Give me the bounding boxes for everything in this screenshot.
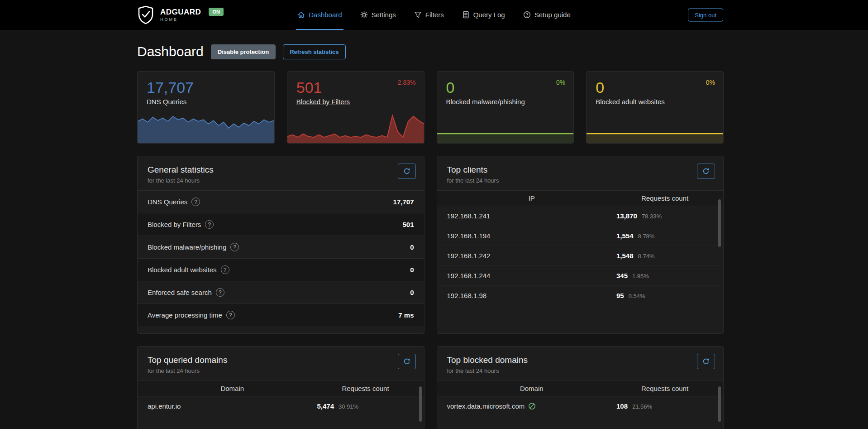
stat-label: Blocked malware/phishing [446,98,525,106]
column-header: Requests count [616,385,713,392]
panel-subtitle: for the last 24 hours [148,177,414,184]
blocked-service-icon [528,402,536,410]
row-label: Blocked adult websites [148,266,217,274]
table-row: api.entur.io 5,47430.91% [138,396,424,416]
scrollbar[interactable] [419,386,422,422]
table-row: Blocked by Filters 501 [138,213,424,236]
home-icon [297,11,305,19]
refresh-icon [702,358,710,365]
client-ip[interactable]: 192.168.1.98 [447,292,617,299]
stat-cards: 17,707 DNS Queries 501 2.83% Blocked by … [137,71,724,144]
stat-value: 0 [596,79,714,96]
help-icon[interactable] [216,288,224,297]
client-ip[interactable]: 192.168.1.242 [447,252,617,260]
nav-label: Filters [425,11,444,19]
panel-subtitle: for the last 24 hours [447,177,714,184]
nav-item-query-log[interactable]: Query Log [461,0,506,30]
adguard-shield-logo-icon [137,5,154,24]
refresh-button[interactable] [697,354,715,369]
request-percent: 8.74% [638,253,655,260]
stat-percent: 2.83% [398,79,416,86]
page-title: Dashboard [137,44,204,59]
refresh-button[interactable] [697,164,715,179]
main-nav: Dashboard Settings Filters Query Log [296,0,572,30]
sign-out-button[interactable]: Sign out [688,9,723,22]
request-percent: 30.91% [339,403,358,410]
table-row: 192.168.1.194 1,5548.78% [437,226,724,246]
top-clients-panel: Top clients for the last 24 hours IP Req… [437,156,724,334]
client-ip[interactable]: 192.168.1.241 [447,212,617,220]
stat-label-link[interactable]: Blocked by Filters [296,98,350,106]
scrollbar[interactable] [718,386,721,422]
stat-card-blocked-adult: 0 0% Blocked adult websites [586,71,724,144]
refresh-icon [403,358,410,365]
help-icon[interactable] [205,220,214,229]
table-header: Domain Requests count [437,381,724,396]
help-icon[interactable] [221,265,229,274]
scrollbar[interactable] [718,199,721,247]
request-percent: 21.56% [632,403,652,410]
middle-panels: General statistics for the last 24 hours… [137,156,724,334]
refresh-statistics-button[interactable]: Refresh statistics [283,44,345,59]
row-value: 0 [410,289,414,296]
nav-item-dashboard[interactable]: Dashboard [296,0,343,30]
nav-item-settings[interactable]: Settings [359,0,397,30]
disable-protection-button[interactable]: Disable protection [211,44,276,59]
domain-name[interactable]: vortex.data.microsoft.com [447,402,525,410]
nav-item-filters[interactable]: Filters [413,0,445,30]
question-circle-icon [523,11,531,19]
request-percent: 78.33% [642,213,662,220]
column-header: Domain [148,385,317,392]
refresh-button[interactable] [398,164,416,179]
column-header: Requests count [616,194,713,202]
refresh-icon [702,168,710,175]
row-value: 0 [410,266,414,274]
client-ip[interactable]: 192.168.1.244 [447,272,617,280]
help-icon[interactable] [230,243,239,251]
stat-card-blocked-malware: 0 0% Blocked malware/phishing [437,71,574,144]
column-header: IP [447,194,617,202]
dashboard-page: Dashboard Disable protection Refresh sta… [137,30,724,429]
request-count: 1,554 [616,232,634,240]
row-label: DNS Queries [148,198,187,206]
brand-text: ADGUARD HOME [160,8,201,22]
top-blocked-domains-table: Domain Requests count vortex.data.micros… [437,381,724,416]
help-icon[interactable] [226,311,235,319]
domain-name[interactable]: api.entur.io [148,402,317,410]
blocked-malware-sparkline-chart [437,124,574,143]
top-queried-domains-table: Domain Requests count api.entur.io 5,474… [138,381,424,416]
top-clients-table: IP Requests count 192.168.1.241 13,87078… [437,190,724,305]
client-ip[interactable]: 192.168.1.194 [447,232,617,240]
help-icon[interactable] [191,198,200,206]
row-label: Average processing time [148,311,222,319]
request-percent: 8.78% [638,233,655,240]
request-count: 108 [616,402,628,410]
page-head: Dashboard Disable protection Refresh sta… [137,44,724,59]
request-count: 345 [616,272,628,280]
request-percent: 1.95% [632,273,649,280]
column-header: Requests count [317,385,414,392]
panel-head: General statistics for the last 24 hours [138,156,424,190]
stat-percent: 0% [556,79,565,86]
stat-value: 17,707 [147,79,265,96]
bottom-panels: Top queried domains for the last 24 hour… [137,346,724,429]
table-row: DNS Queries 17,707 [138,190,424,213]
protection-status-badge: ON [209,8,224,16]
panel-title: Top clients [447,164,714,175]
stat-card-blocked-by-filters: 501 2.83% Blocked by Filters [287,71,424,144]
nav-item-setup-guide[interactable]: Setup guide [522,0,572,30]
brand-name: ADGUARD [160,8,201,16]
panel-title: General statistics [148,164,414,175]
table-row: 192.168.1.241 13,87078.33% [437,206,724,226]
column-header: Domain [447,385,617,392]
general-statistics-panel: General statistics for the last 24 hours… [137,156,424,334]
table-row: 192.168.1.242 1,5488.74% [437,246,724,265]
stat-card-dns-queries: 17,707 DNS Queries [137,71,275,144]
refresh-icon [403,168,410,175]
refresh-button[interactable] [398,354,416,369]
nav-label: Query Log [473,11,505,19]
adguard-brand[interactable]: ADGUARD HOME ON [137,0,224,30]
brand-sub: HOME [160,17,201,22]
row-value: 0 [410,243,414,251]
nav-label: Setup guide [534,11,571,19]
